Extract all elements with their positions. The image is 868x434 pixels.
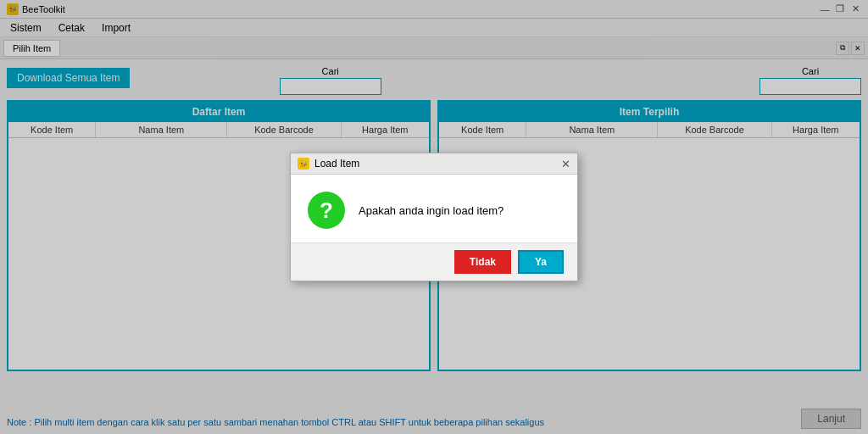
load-item-dialog: 🐝 Load Item ✕ ? Apakah anda ingin load i… [290, 153, 578, 281]
ya-button[interactable]: Ya [518, 250, 564, 274]
modal-title-icon: 🐝 [298, 158, 309, 170]
modal-footer: Tidak Ya [291, 242, 577, 281]
question-icon: ? [308, 192, 345, 229]
tidak-button[interactable]: Tidak [454, 250, 511, 274]
modal-body: ? Apakah anda ingin load item? [291, 175, 577, 242]
modal-message: Apakah anda ingin load item? [359, 204, 504, 217]
modal-overlay: 🐝 Load Item ✕ ? Apakah anda ingin load i… [0, 0, 868, 434]
modal-title-left: 🐝 Load Item [298, 158, 359, 170]
modal-close-button[interactable]: ✕ [561, 159, 570, 170]
modal-title-text: Load Item [314, 158, 359, 170]
modal-title-bar: 🐝 Load Item ✕ [291, 153, 577, 175]
